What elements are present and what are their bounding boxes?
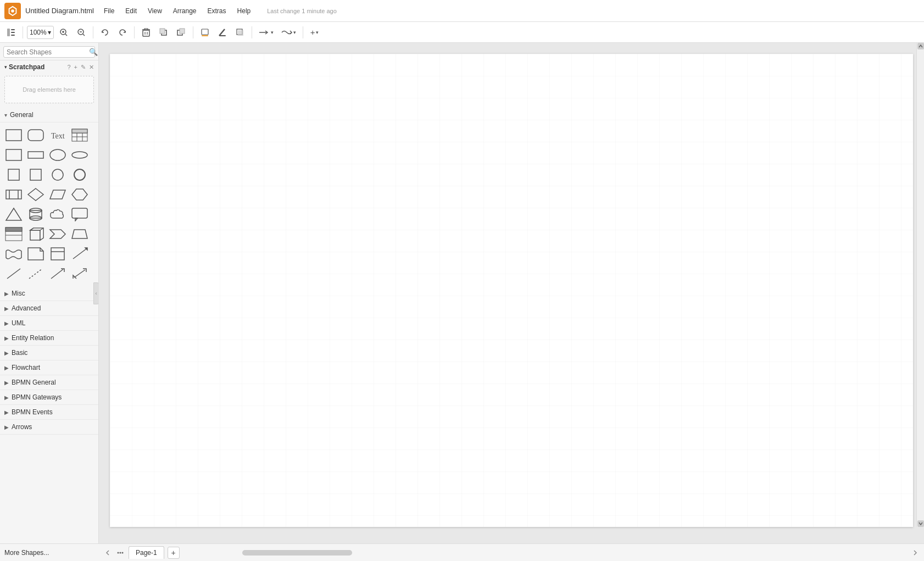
shape-circle[interactable] [47, 165, 68, 184]
shape-line-arrow[interactable] [47, 264, 68, 283]
svg-rect-20 [202, 29, 208, 35]
shape-ellipse[interactable] [47, 146, 68, 164]
shape-parallelogram[interactable] [47, 185, 68, 204]
menu-edit[interactable]: Edit [120, 5, 142, 17]
shape-line[interactable] [69, 245, 90, 263]
drag-elements-area[interactable]: Drag elements here [4, 76, 94, 103]
section-header-general[interactable]: ▾ General [0, 108, 98, 123]
shape-circle2[interactable] [69, 165, 90, 184]
waypoints-button[interactable]: ▾ [279, 25, 299, 40]
scroll-up-arrow[interactable] [917, 43, 924, 49]
shape-trapezoid[interactable] [69, 225, 90, 243]
svg-rect-43 [6, 190, 21, 199]
svg-rect-17 [160, 29, 165, 34]
section-header-arrows[interactable]: ▶ Arrows [0, 420, 98, 435]
canvas-grid [110, 54, 913, 527]
add-page-button[interactable]: + [168, 547, 180, 559]
horizontal-scrollbar[interactable] [187, 549, 903, 557]
shape-triangle[interactable] [3, 205, 24, 224]
shape-process[interactable] [3, 185, 24, 204]
shape-text[interactable]: Text [47, 126, 68, 145]
connection-style-button[interactable]: ▾ [256, 25, 276, 40]
section-header-bpmn-general[interactable]: ▶ BPMN General [0, 375, 98, 390]
uml-caret: ▶ [4, 320, 9, 326]
section-label-bpmn-events: BPMN Events [12, 408, 53, 416]
shadow-button[interactable] [232, 25, 248, 40]
shape-diamond[interactable] [25, 185, 46, 204]
scratchpad-close-icon[interactable]: ✕ [89, 64, 94, 71]
menu-view[interactable]: View [142, 5, 168, 17]
shape-cylinder[interactable] [25, 205, 46, 224]
svg-line-73 [74, 270, 85, 277]
shape-ellipse-wide[interactable] [69, 146, 90, 164]
scroll-left-arrow[interactable] [103, 548, 112, 558]
shape-rect-wide[interactable] [25, 146, 46, 164]
shape-cube[interactable] [25, 225, 46, 243]
undo-button[interactable] [97, 25, 113, 40]
shape-line-dashed[interactable] [25, 264, 46, 283]
scratchpad-add-icon[interactable]: + [74, 64, 77, 71]
scratchpad-help-icon[interactable]: ? [67, 64, 70, 71]
scroll-thumb[interactable] [242, 550, 352, 556]
shape-cloud[interactable] [47, 205, 68, 224]
svg-line-8 [65, 34, 67, 36]
search-input[interactable] [7, 48, 89, 56]
zoom-out-button[interactable] [74, 25, 89, 40]
shape-step[interactable] [47, 225, 68, 243]
menu-arrange[interactable]: Arrange [168, 5, 202, 17]
section-header-uml[interactable]: ▶ UML [0, 316, 98, 331]
section-header-flowchart[interactable]: ▶ Flowchart [0, 360, 98, 375]
search-icon[interactable]: 🔍 [89, 48, 98, 56]
flowchart-caret: ▶ [4, 365, 9, 371]
scratchpad-header[interactable]: ▾ Scratchpad ? + ✎ ✕ [0, 60, 98, 74]
zoom-control[interactable]: 100% ▾ [27, 26, 54, 39]
shape-square[interactable] [3, 165, 24, 184]
section-header-advanced[interactable]: ▶ Advanced [0, 301, 98, 316]
menu-file[interactable]: File [98, 5, 120, 17]
section-header-entity-relation[interactable]: ▶ Entity Relation [0, 331, 98, 346]
sidebar-collapse-handle[interactable]: ‹ [93, 282, 99, 304]
scroll-down-arrow[interactable] [917, 520, 924, 527]
section-header-misc[interactable]: ▶ Misc [0, 286, 98, 301]
canvas-area[interactable] [99, 43, 924, 543]
page-tab[interactable]: Page-1 [129, 546, 164, 559]
shape-table[interactable] [69, 126, 90, 145]
scratchpad-caret: ▾ [4, 64, 7, 70]
to-front-button[interactable] [156, 25, 171, 40]
entity-relation-caret: ▶ [4, 335, 9, 341]
section-header-basic[interactable]: ▶ Basic [0, 346, 98, 360]
section-header-bpmn-gateways[interactable]: ▶ BPMN Gateways [0, 390, 98, 405]
to-back-button[interactable] [174, 25, 189, 40]
shape-hexagon[interactable] [69, 185, 90, 204]
zoom-in-button[interactable] [56, 25, 71, 40]
shape-square2[interactable] [25, 165, 46, 184]
shape-rectangle[interactable] [3, 126, 24, 145]
insert-button[interactable]: + ▾ [307, 25, 322, 40]
line-color-button[interactable] [215, 25, 230, 40]
shape-rounded-rectangle[interactable] [25, 126, 46, 145]
shape-wave[interactable] [3, 245, 24, 263]
vertical-scrollbar[interactable] [916, 43, 924, 527]
scratchpad-edit-icon[interactable]: ✎ [81, 64, 86, 71]
shape-card[interactable] [47, 245, 68, 263]
menu-extras[interactable]: Extras [202, 5, 232, 17]
shape-callout[interactable] [69, 205, 90, 224]
delete-button[interactable] [138, 25, 154, 40]
scroll-right-arrow[interactable] [911, 548, 920, 558]
toggle-sidebar-button[interactable] [3, 25, 19, 40]
scratchpad-icons: ? + ✎ ✕ [67, 64, 94, 71]
redo-button[interactable] [115, 25, 130, 40]
fill-color-button[interactable] [197, 25, 213, 40]
shape-rect2[interactable] [3, 146, 24, 164]
menu-help[interactable]: Help [232, 5, 257, 17]
section-header-bpmn-events[interactable]: ▶ BPMN Events [0, 405, 98, 420]
shape-line-bidirectional[interactable] [69, 264, 90, 283]
canvas-page[interactable] [110, 54, 913, 527]
shape-table2[interactable] [3, 225, 24, 243]
shape-note[interactable] [25, 245, 46, 263]
shape-line-solid[interactable] [3, 264, 24, 283]
bpmn-general-caret: ▶ [4, 380, 9, 386]
page-options-button[interactable] [115, 548, 125, 558]
more-shapes-button[interactable]: More Shapes... [4, 549, 49, 557]
zoom-value: 100% [30, 29, 47, 36]
